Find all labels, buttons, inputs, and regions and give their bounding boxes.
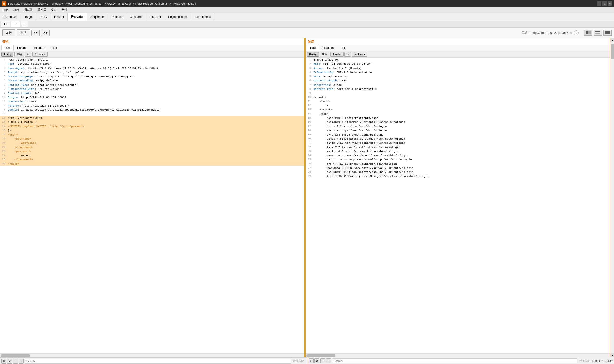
request-tab-params[interactable]: Params (14, 45, 30, 51)
edit-target-button[interactable]: ✎ (570, 31, 572, 35)
tab-sequencer[interactable]: Sequencer (87, 13, 108, 21)
response-tab-raw[interactable]: Raw (307, 45, 319, 51)
response-actions-chevron-icon: ▾ (364, 53, 365, 56)
request-n-button[interactable]: \n (25, 52, 31, 56)
line-content: <code> (312, 99, 610, 103)
svg-rect-1 (588, 31, 590, 34)
line-content: &payload; (7, 141, 304, 145)
response-nav-back-icon[interactable]: ← (320, 358, 325, 363)
request-tab-headers[interactable]: Headers (31, 45, 48, 51)
line-content: bin:x:2:2:bin:/bin:/usr/sbin/nologin (312, 124, 610, 128)
main-content: 请求 Raw Params Headers Hex Pretty 原始 \n A… (0, 38, 614, 357)
response-h-scroll-thumb[interactable] (306, 354, 335, 357)
response-v-scrollbar[interactable]: ▲ ▼ (610, 38, 614, 357)
request-raw-button[interactable]: 原始 (14, 52, 24, 57)
maximize-button[interactable]: □ (602, 1, 607, 6)
response-render-button[interactable]: Render (331, 52, 344, 56)
response-actions-button[interactable]: Actions ▾ (352, 52, 367, 56)
tab-extender[interactable]: Extender (146, 13, 165, 21)
response-search-input[interactable] (332, 358, 577, 363)
response-tab-headers[interactable]: Headers (320, 45, 337, 51)
line-content: man:x:6:12:man:/var/cache/man:/usr/sbin/… (312, 141, 610, 145)
menu-item-burp[interactable]: Burp (1, 8, 9, 12)
request-search-input[interactable] (25, 359, 291, 364)
response-panel-title: 响应 (306, 38, 610, 45)
menu-item-repeater[interactable]: 重发器 (37, 8, 47, 13)
forward-nav-button[interactable]: > ▾ (41, 30, 49, 36)
line-content: 0 (312, 103, 610, 107)
request-actions-button[interactable]: Actions ▾ (32, 52, 48, 56)
request-no-match: 没有匹配 (292, 359, 305, 363)
line-content: Date: Fri, 04 Jun 2021 03:16:34 GMT (312, 62, 610, 66)
line-content: games:x:5:60:games:/usr/games:/usr/sbin/… (312, 137, 610, 141)
line-content: User-Agent: Mozilla/5.0 (Windows NT 10.0… (7, 66, 304, 70)
response-n-button[interactable]: \n (345, 52, 351, 56)
line-content: X-Requested-With: XMLHttpRequest (7, 87, 304, 91)
close-tab-1-icon[interactable]: × (6, 23, 8, 25)
response-raw-button[interactable]: 原始 (320, 52, 330, 57)
minimize-button[interactable]: ─ (597, 1, 601, 6)
menu-item-scanner[interactable]: 测试器 (23, 8, 34, 13)
tab-comparer[interactable]: Comparer (126, 13, 146, 21)
tab-intruder[interactable]: Intruder (51, 13, 68, 21)
scroll-track[interactable] (610, 42, 614, 353)
request-status-icon[interactable]: ⊙ (1, 359, 6, 364)
request-h-scroll-thumb[interactable] (1, 354, 30, 357)
request-h-scrollbar[interactable] (0, 353, 304, 357)
toolbar: 发送 取消 < ▾ > ▾ 目标： http://219.219.61.234:… (0, 27, 614, 38)
line-content: HTTP/1.1 200 OK (312, 58, 610, 62)
close-button[interactable]: ✕ (608, 1, 612, 6)
close-tab-2-icon[interactable]: × (16, 23, 17, 25)
single-view-button[interactable] (603, 30, 612, 36)
send-button[interactable]: 发送 (2, 29, 15, 36)
request-tab-raw[interactable]: Raw (1, 45, 14, 51)
actions-chevron-icon: ▾ (44, 53, 45, 56)
repeater-tab-2[interactable]: 2 × (11, 21, 20, 27)
response-nav-fwd-icon[interactable]: → (326, 358, 331, 363)
line-content: <?xml version="1.0"?> (7, 116, 304, 120)
request-settings-icon[interactable]: ⚙ (7, 359, 12, 364)
scroll-thumb[interactable] (611, 44, 614, 59)
svg-rect-4 (605, 31, 610, 34)
request-tab-hex[interactable]: Hex (49, 45, 60, 51)
help-button[interactable]: ? (574, 30, 579, 35)
line-content: Content-Type: application/xml;charset=ut… (7, 83, 304, 87)
cancel-button[interactable]: 取消 (17, 29, 30, 36)
line-content: Origin: http://219.219.61.234:10017 (7, 95, 304, 99)
response-stats: 1,282字节 | 6毫秒 (591, 359, 613, 363)
back-nav-button[interactable]: < ▾ (31, 30, 40, 36)
repeater-tab-1[interactable]: 1 × (1, 21, 10, 27)
split-vertical-view-button[interactable] (594, 30, 602, 36)
tab-repeater[interactable]: Repeater (68, 13, 87, 21)
new-tab-button[interactable]: ... (21, 21, 28, 27)
request-pretty-button[interactable]: Pretty (1, 52, 13, 56)
line-content: proxy:x:13:13:proxy:/bin:/usr/sbin/nolog… (312, 162, 610, 166)
scroll-up-button[interactable]: ▲ (610, 38, 614, 42)
response-pretty-button[interactable]: Pretty (307, 52, 319, 56)
response-h-scrollbar[interactable] (306, 353, 610, 357)
title-bar: B Burp Suite Professional v2020.9.1 - Te… (0, 0, 614, 7)
line-content: Content-Type: text/html; charset=utf-8 (312, 87, 610, 91)
tab-user-options[interactable]: User options (191, 13, 214, 21)
tab-target[interactable]: Target (21, 13, 36, 21)
split-horizontal-view-button[interactable] (584, 30, 592, 36)
tab-proxy[interactable]: Proxy (36, 13, 51, 21)
target-label: 目标： (522, 31, 530, 35)
line-content: sys:x:3:3:sys:/dev:/usr/sbin/nologin (312, 129, 610, 133)
tab-dashboard[interactable]: Dashboard (0, 13, 21, 21)
response-status-icon[interactable]: ⊙ (309, 358, 314, 363)
menu-item-project[interactable]: 项目 (12, 8, 20, 13)
tab-project-options[interactable]: Project options (165, 13, 191, 21)
request-code-area[interactable]: 1POST /login.php HTTP/1.12Host: 219.219.… (0, 58, 304, 353)
line-content: daemon:x:1:1:daemon:/usr/sbin:/usr/sbin/… (312, 120, 610, 124)
tab-decoder[interactable]: Decoder (108, 13, 126, 21)
menu-item-window[interactable]: 窗口 (50, 8, 58, 13)
request-nav-back-icon[interactable]: ← (13, 359, 18, 364)
response-code-area[interactable]: 1HTTP/1.1 200 OK2Date: Fri, 04 Jun 2021 … (306, 58, 610, 353)
line-content: <user> (7, 133, 304, 137)
response-tab-hex[interactable]: Hex (337, 45, 349, 51)
menu-item-help[interactable]: 帮助 (61, 8, 69, 13)
request-nav-fwd-icon[interactable]: → (19, 359, 24, 364)
response-settings-icon[interactable]: ⚙ (315, 358, 319, 363)
scroll-down-button[interactable]: ▼ (610, 353, 614, 357)
